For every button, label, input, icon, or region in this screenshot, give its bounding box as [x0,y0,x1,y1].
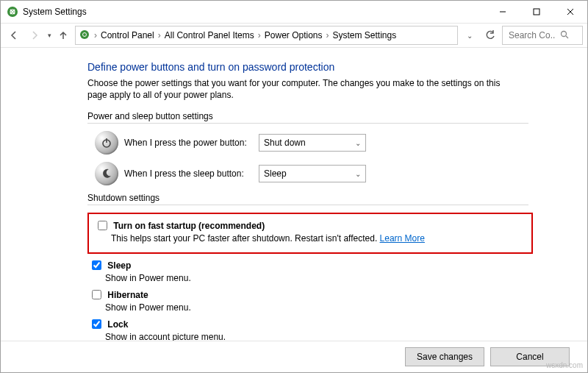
save-button[interactable]: Save changes [405,347,484,366]
power-icon [95,131,118,154]
svg-point-8 [562,31,567,36]
sleep-checkbox[interactable] [92,260,101,270]
svg-rect-3 [534,9,539,15]
option-title: Sleep [107,260,131,271]
option-label[interactable]: Turn on fast startup (recommended) [95,221,265,231]
section-power-sleep: Power and sleep button settings [87,111,528,124]
history-dropdown-icon[interactable]: ▾ [48,32,51,39]
chevron-right-icon: › [94,30,97,40]
option-label[interactable]: Sleep [89,260,131,271]
footer: Save changes Cancel [1,341,587,372]
highlighted-option: Turn on fast startup (recommended) This … [87,213,533,254]
option-description: This helps start your PC faster after sh… [111,233,527,244]
close-button[interactable] [553,1,587,23]
svg-point-6 [80,30,89,39]
option-description: Show in Power menu. [105,273,564,283]
maximize-button[interactable] [520,1,553,23]
chevron-right-icon: › [258,30,261,40]
learn-more-link[interactable]: Learn More [380,233,425,244]
breadcrumb-item[interactable]: System Settings [332,30,396,40]
search-box[interactable] [502,26,583,45]
title-bar: System Settings [1,1,587,24]
search-input[interactable] [507,29,557,41]
sleep-button-dropdown[interactable]: Sleep ⌄ [259,165,366,182]
option-description: Show in Power menu. [105,302,564,313]
sleep-button-row: When I press the sleep button: Sleep ⌄ [95,162,564,185]
lock-checkbox[interactable] [92,319,101,329]
option-desc-text: This helps start your PC faster after sh… [111,233,380,244]
forward-button[interactable] [26,26,43,44]
chevron-right-icon: › [326,30,329,40]
chevron-down-icon: ⌄ [355,139,361,147]
power-button-row: When I press the power button: Shut down… [95,131,564,154]
option-sleep: Sleep Show in Power menu. [89,258,564,283]
breadcrumb-dropdown-button[interactable]: ⌄ [461,26,478,44]
section-shutdown: Shutdown settings [87,193,528,205]
dropdown-value: Sleep [264,168,287,179]
breadcrumb-icon [79,29,90,43]
watermark: wsxdn.com [546,361,583,369]
option-title: Turn on fast startup (recommended) [113,221,265,231]
breadcrumb-item[interactable]: Control Panel [101,30,154,40]
power-button-label: When I press the power button: [124,138,253,148]
sleep-button-label: When I press the sleep button: [124,168,253,179]
svg-line-9 [566,36,568,38]
back-button[interactable] [5,26,23,44]
chevron-down-icon: ⌄ [355,170,361,178]
page-title: Define power buttons and turn on passwor… [87,61,564,73]
option-description: Show in account picture menu. [105,332,564,341]
chevron-right-icon: › [158,30,161,40]
page-description: Choose the power settings that you want … [87,77,521,101]
option-hibernate: Hibernate Show in Power menu. [89,288,564,313]
content-area: Define power buttons and turn on passwor… [1,48,587,341]
sleep-icon [95,162,118,185]
search-icon [560,30,569,41]
option-fast-startup: Turn on fast startup (recommended) This … [95,219,527,244]
refresh-button[interactable] [481,26,499,44]
up-button[interactable] [54,26,72,44]
breadcrumb-item[interactable]: Power Options [265,30,323,40]
dropdown-value: Shut down [264,138,306,148]
minimize-button[interactable] [486,1,520,23]
nav-bar: ▾ › Control Panel › All Control Panel It… [1,24,587,48]
breadcrumb[interactable]: › Control Panel › All Control Panel Item… [75,26,458,45]
option-lock: Lock Show in account picture menu. [89,317,564,341]
window-title: System Settings [23,7,87,17]
app-icon [7,6,18,18]
hibernate-checkbox[interactable] [92,290,101,299]
fast-startup-checkbox[interactable] [98,221,107,230]
option-label[interactable]: Lock [89,319,128,330]
option-title: Lock [107,319,128,330]
breadcrumb-item[interactable]: All Control Panel Items [165,30,254,40]
power-button-dropdown[interactable]: Shut down ⌄ [259,134,366,152]
option-title: Hibernate [107,290,148,300]
option-label[interactable]: Hibernate [89,290,148,300]
